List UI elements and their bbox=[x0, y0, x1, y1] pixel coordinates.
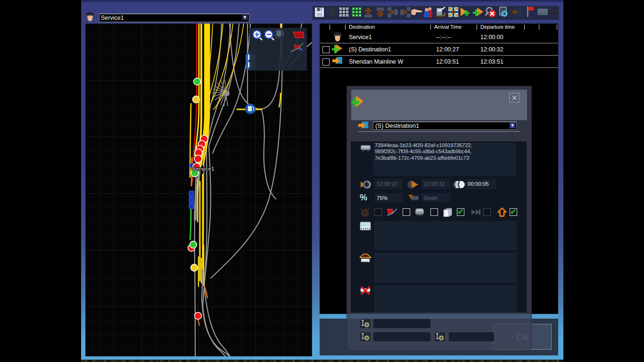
svg-text:Service1: Service1 bbox=[192, 166, 215, 172]
